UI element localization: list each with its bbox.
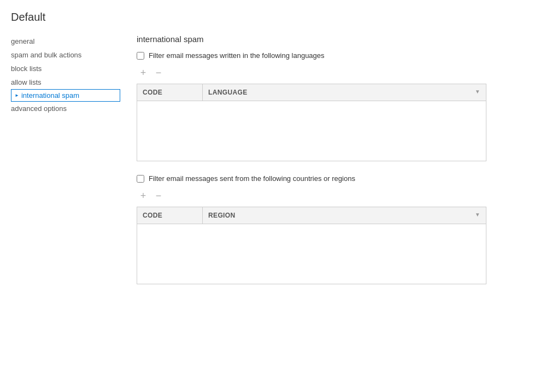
sidebar-item-advanced-options[interactable]: advanced options [11, 102, 120, 115]
languages-toolbar: + − [137, 66, 530, 79]
sidebar: general spam and bulk actions block list… [0, 34, 120, 314]
sidebar-item-allow-lists[interactable]: allow lists [11, 75, 120, 89]
page-container: Default general spam and bulk actions bl… [0, 0, 546, 314]
section-heading: international spam [137, 34, 530, 44]
region-sort-icon[interactable]: ▼ [475, 212, 480, 218]
languages-empty-row [137, 101, 486, 161]
languages-checkbox[interactable] [137, 52, 144, 60]
languages-col-language: LANGUAGE ▼ [203, 84, 486, 101]
page-title: Default [0, 11, 546, 34]
sidebar-item-label: spam and bulk actions [11, 51, 81, 59]
active-arrow-icon: ► [15, 93, 19, 98]
content-area: general spam and bulk actions block list… [0, 34, 546, 314]
regions-toolbar: + − [137, 189, 530, 202]
regions-empty-row [137, 224, 486, 284]
sidebar-item-label: block lists [11, 65, 42, 73]
languages-add-button[interactable]: + [137, 66, 150, 79]
sidebar-item-general[interactable]: general [11, 34, 120, 48]
regions-table: CODE REGION ▼ [137, 207, 486, 284]
regions-section: Filter email messages sent from the foll… [137, 174, 530, 284]
regions-add-button[interactable]: + [137, 189, 150, 202]
regions-checkbox-row: Filter email messages sent from the foll… [137, 174, 530, 183]
main-content: international spam Filter email messages… [120, 34, 546, 314]
regions-col-code: CODE [137, 207, 203, 224]
sidebar-item-label: general [11, 37, 34, 45]
languages-checkbox-label: Filter email messages written in the fol… [149, 51, 325, 60]
regions-checkbox-label: Filter email messages sent from the foll… [149, 174, 355, 183]
regions-checkbox[interactable] [137, 175, 144, 183]
sidebar-item-spam-bulk[interactable]: spam and bulk actions [11, 48, 120, 62]
sidebar-item-label: advanced options [11, 104, 67, 113]
languages-remove-button[interactable]: − [152, 66, 165, 79]
languages-checkbox-row: Filter email messages written in the fol… [137, 51, 530, 60]
languages-table: CODE LANGUAGE ▼ [137, 84, 486, 161]
languages-section: Filter email messages written in the fol… [137, 51, 530, 161]
language-sort-icon[interactable]: ▼ [475, 89, 480, 95]
regions-remove-button[interactable]: − [152, 189, 165, 202]
sidebar-item-label: international spam [21, 91, 79, 100]
sidebar-item-international-spam[interactable]: ► international spam [11, 89, 120, 102]
languages-col-code: CODE [137, 84, 203, 101]
sidebar-item-block-lists[interactable]: block lists [11, 62, 120, 75]
regions-col-region: REGION ▼ [203, 207, 486, 224]
sidebar-item-label: allow lists [11, 78, 42, 86]
